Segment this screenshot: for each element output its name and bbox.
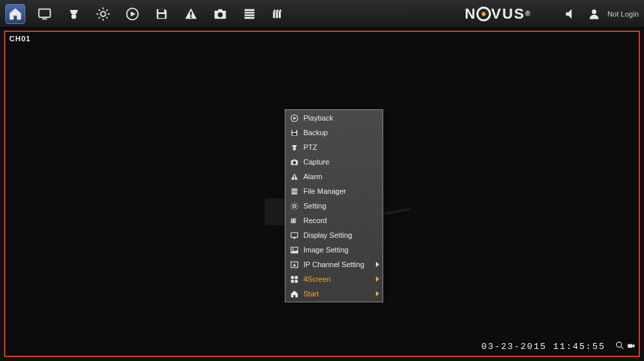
cm-item-capture[interactable]: Capture	[285, 155, 383, 169]
home-icon	[289, 289, 299, 298]
cm-item-label: Image Setting	[303, 246, 349, 254]
cm-item-ptz[interactable]: PTZ	[285, 140, 383, 155]
tb-capture-button[interactable]	[210, 4, 230, 24]
tb-playback-button[interactable]	[122, 4, 142, 24]
tb-backup-button[interactable]	[152, 4, 172, 24]
cm-item-label: File Manager	[303, 187, 346, 195]
cm-item-file-manager[interactable]: File Manager	[285, 184, 383, 198]
cm-item-alarm[interactable]: Alarm	[285, 169, 383, 184]
cm-item-image[interactable]: Image Setting	[285, 242, 383, 257]
channel-label: CH01	[9, 35, 31, 43]
cm-item-label: Setting	[303, 202, 326, 210]
tb-file-manager-button[interactable]	[240, 4, 259, 24]
cm-item-label: Backup	[303, 129, 328, 137]
cm-item-record[interactable]: Record	[285, 213, 383, 228]
capture-icon	[289, 157, 299, 167]
ip-icon	[289, 260, 299, 269]
display-icon	[289, 230, 299, 240]
app-root: NVUS® Not Login CH01 PlaybackBackupPTZCa…	[0, 0, 644, 361]
corner-icons	[615, 341, 636, 353]
user-icon[interactable]	[587, 4, 601, 24]
record-icon	[289, 216, 299, 225]
top-toolbar: NVUS® Not Login	[0, 0, 644, 28]
tb-alarm-button[interactable]	[181, 4, 201, 24]
cm-item-settings[interactable]: Setting	[285, 198, 383, 213]
cm-item-display[interactable]: Display Setting	[285, 228, 383, 242]
cm-item-grid[interactable]: 4Screen	[285, 272, 383, 286]
cm-item-label: Start	[303, 290, 319, 298]
timestamp: 03-23-2015 11:45:55	[482, 342, 605, 352]
cm-item-label: Capture	[303, 158, 329, 166]
submenu-arrow-icon	[376, 262, 379, 267]
ptz-icon	[289, 143, 299, 152]
cm-item-ip[interactable]: IP Channel Setting	[285, 257, 383, 272]
submenu-arrow-icon	[376, 291, 379, 296]
right-tools: Not Login	[561, 4, 639, 24]
submenu-arrow-icon	[376, 276, 379, 282]
cm-item-label: 4Screen	[303, 275, 331, 283]
cm-item-playback[interactable]: Playback	[285, 111, 383, 125]
volume-button[interactable]	[561, 4, 581, 24]
tb-home-button[interactable]	[5, 4, 25, 24]
cm-item-label: IP Channel Setting	[303, 260, 365, 268]
cm-item-save[interactable]: Backup	[285, 125, 383, 140]
tb-settings-button[interactable]	[93, 4, 113, 24]
brand-logo: NVUS®	[464, 5, 532, 23]
grid-icon	[289, 274, 299, 284]
cam-icon[interactable]	[627, 341, 636, 353]
context-menu: PlaybackBackupPTZCaptureAlarmFile Manage…	[285, 109, 383, 302]
playback-icon	[289, 113, 299, 123]
cm-item-label: Playback	[303, 114, 333, 122]
video-viewport[interactable]: CH01 PlaybackBackupPTZCaptureAlarmFile M…	[4, 31, 640, 357]
alarm-icon	[289, 172, 299, 181]
tb-ptz-button[interactable]	[64, 4, 84, 24]
settings-icon	[289, 201, 299, 210]
save-icon	[289, 128, 299, 137]
login-status: Not Login	[607, 10, 639, 18]
cm-item-label: Display Setting	[303, 231, 352, 239]
image-icon	[289, 245, 299, 254]
cm-item-label: PTZ	[303, 143, 317, 151]
cm-item-home[interactable]: Start	[285, 286, 383, 301]
cm-item-label: Record	[303, 216, 327, 224]
tb-record-button[interactable]	[269, 4, 289, 24]
zoom-icon[interactable]	[615, 341, 625, 353]
file-manager-icon	[289, 186, 299, 196]
cm-item-label: Alarm	[303, 173, 323, 180]
tb-display-button[interactable]	[35, 4, 55, 24]
